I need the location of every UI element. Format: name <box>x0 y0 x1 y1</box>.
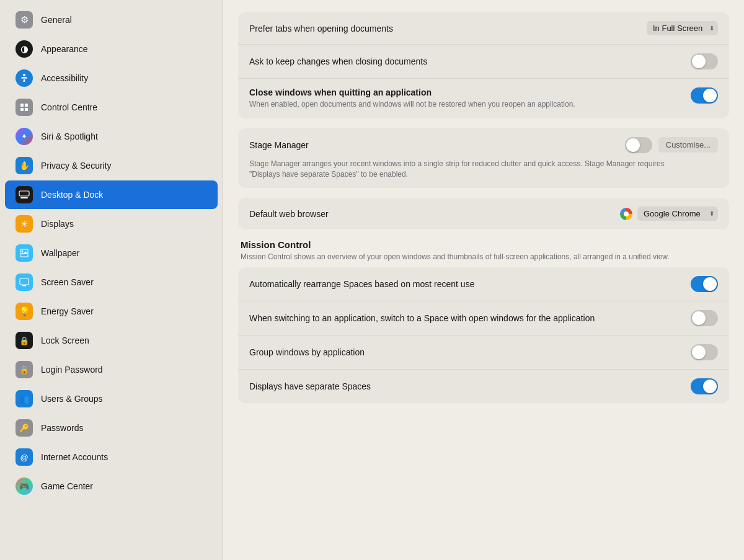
sidebar-item-label-lock-screen: Lock Screen <box>41 336 89 345</box>
chrome-icon <box>620 208 632 220</box>
browser-dropdown[interactable]: Google Chrome Safari Firefox <box>637 207 718 221</box>
sidebar-item-internet-accounts[interactable]: @Internet Accounts <box>5 443 218 471</box>
sidebar-item-label-wallpaper: Wallpaper <box>41 248 80 258</box>
sidebar-item-label-siri-spotlight: Siri & Spotlight <box>41 131 98 141</box>
prefer-tabs-dropdown-wrapper: In Full Screen Always Never ⬍ <box>647 21 718 35</box>
row-ask-keep-changes: Ask to keep changes when closing documen… <box>238 45 729 79</box>
mission-control-header: Mission Control Mission Control shows an… <box>238 239 729 262</box>
ask-keep-changes-label: Ask to keep changes when closing documen… <box>249 56 427 66</box>
sidebar-item-label-displays: Displays <box>41 219 74 229</box>
sidebar-item-displays[interactable]: ☀Displays <box>5 210 218 238</box>
login-password-icon: 🔒 <box>15 360 33 379</box>
svg-rect-2 <box>25 104 28 107</box>
row-stage-manager: Stage Manager Customise... Stage Manager… <box>238 128 729 189</box>
sidebar-item-energy-saver[interactable]: 💡Energy Saver <box>5 297 218 326</box>
sidebar-item-login-password[interactable]: 🔒Login Password <box>5 355 218 384</box>
sidebar-item-control-centre[interactable]: Control Centre <box>5 93 218 122</box>
customise-button[interactable]: Customise... <box>658 137 718 153</box>
desktop-dock-icon <box>15 185 33 204</box>
sidebar-item-accessibility[interactable]: Accessibility <box>5 64 218 92</box>
switch-space-toggle[interactable] <box>691 310 718 326</box>
card-mission-control: Automatically rearrange Spaces based on … <box>238 267 729 403</box>
lock-screen-icon: 🔒 <box>15 331 33 350</box>
svg-rect-8 <box>20 278 29 285</box>
group-windows-toggle[interactable] <box>691 344 718 360</box>
sidebar-item-label-internet-accounts: Internet Accounts <box>41 452 108 462</box>
sidebar-item-label-energy-saver: Energy Saver <box>41 306 94 316</box>
energy-saver-icon: 💡 <box>15 302 33 321</box>
svg-rect-9 <box>22 285 26 287</box>
sidebar-item-game-center[interactable]: 🎮Game Center <box>5 472 218 500</box>
svg-rect-6 <box>20 197 28 198</box>
svg-point-7 <box>22 251 24 252</box>
mission-control-title: Mission Control <box>241 239 729 250</box>
row-separate-spaces: Displays have separate Spaces <box>238 370 729 403</box>
sidebar-item-siri-spotlight[interactable]: ✦Siri & Spotlight <box>5 122 218 151</box>
close-windows-toggle[interactable] <box>691 87 718 104</box>
wallpaper-icon <box>15 244 33 262</box>
row-default-browser: Default web browser Google Chrome Safari… <box>238 198 729 229</box>
browser-dropdown-wrapper: Google Chrome Safari Firefox ⬍ <box>620 207 718 221</box>
stage-manager-title: Stage Manager <box>249 140 309 150</box>
sidebar-item-label-users-groups: Users & Groups <box>41 394 103 404</box>
mission-control-description: Mission Control shows an overview of you… <box>241 252 729 262</box>
row-switch-space: When switching to an application, switch… <box>238 301 729 336</box>
appearance-icon: ◑ <box>15 40 33 58</box>
accessibility-icon <box>15 69 33 87</box>
sidebar-item-lock-screen[interactable]: 🔒Lock Screen <box>5 326 218 355</box>
sidebar-item-label-accessibility: Accessibility <box>41 73 88 83</box>
ask-keep-changes-toggle[interactable] <box>691 53 718 69</box>
prefer-tabs-label: Prefer tabs when opening documents <box>249 24 393 33</box>
svg-rect-5 <box>19 191 29 196</box>
sidebar-item-users-groups[interactable]: 👥Users & Groups <box>5 384 218 413</box>
sidebar-item-label-login-password: Login Password <box>41 365 103 375</box>
close-windows-sublabel: When enabled, open documents and windows… <box>249 99 671 110</box>
sidebar-item-label-general: General <box>41 15 72 25</box>
svg-rect-1 <box>20 104 24 107</box>
screen-saver-icon <box>15 273 33 291</box>
separate-spaces-toggle[interactable] <box>691 378 718 394</box>
row-close-windows: Close windows when quitting an applicati… <box>238 79 729 118</box>
sidebar-item-desktop-dock[interactable]: Desktop & Dock <box>5 180 218 209</box>
control-centre-icon <box>15 98 33 117</box>
close-windows-label: Close windows when quitting an applicati… <box>249 87 678 97</box>
stage-manager-description: Stage Manager arranges your recent windo… <box>249 159 671 180</box>
group-windows-label: Group windows by application <box>249 347 365 357</box>
sidebar-item-label-privacy-security: Privacy & Security <box>41 161 112 171</box>
sidebar-item-label-desktop-dock: Desktop & Dock <box>41 190 103 200</box>
users-groups-icon: 👥 <box>15 389 33 408</box>
displays-icon: ☀ <box>15 215 33 233</box>
sidebar-item-label-game-center: Game Center <box>41 481 93 491</box>
sidebar-item-general[interactable]: ⚙General <box>5 6 218 34</box>
switch-space-label: When switching to an application, switch… <box>249 313 595 323</box>
svg-rect-3 <box>20 108 24 111</box>
internet-accounts-icon: @ <box>15 448 33 466</box>
default-browser-label: Default web browser <box>249 209 329 219</box>
auto-rearrange-toggle[interactable] <box>691 276 718 292</box>
row-group-windows: Group windows by application <box>238 336 729 370</box>
sidebar-item-privacy-security[interactable]: ✋Privacy & Security <box>5 151 218 180</box>
stage-manager-toggle[interactable] <box>625 137 652 153</box>
sidebar-item-wallpaper[interactable]: Wallpaper <box>5 239 218 267</box>
general-icon: ⚙ <box>15 11 33 29</box>
sidebar-item-label-appearance: Appearance <box>41 44 88 54</box>
card-default-browser: Default web browser Google Chrome Safari… <box>238 198 729 229</box>
sidebar-item-appearance[interactable]: ◑Appearance <box>5 35 218 63</box>
sidebar-item-label-passwords: Passwords <box>41 423 83 433</box>
sidebar-item-passwords[interactable]: 🔑Passwords <box>5 414 218 442</box>
sidebar: ⚙General◑AppearanceAccessibilityControl … <box>0 0 223 560</box>
row-auto-rearrange: Automatically rearrange Spaces based on … <box>238 267 729 301</box>
card-document-settings: Prefer tabs when opening documents In Fu… <box>238 12 729 118</box>
card-stage-manager: Stage Manager Customise... Stage Manager… <box>238 128 729 189</box>
siri-spotlight-icon: ✦ <box>15 127 33 146</box>
prefer-tabs-dropdown[interactable]: In Full Screen Always Never <box>647 21 718 35</box>
row-prefer-tabs: Prefer tabs when opening documents In Fu… <box>238 12 729 45</box>
svg-rect-4 <box>25 108 28 111</box>
svg-point-0 <box>23 74 25 76</box>
separate-spaces-label: Displays have separate Spaces <box>249 381 371 391</box>
sidebar-item-screen-saver[interactable]: Screen Saver <box>5 268 218 296</box>
privacy-security-icon: ✋ <box>15 156 33 175</box>
sidebar-item-label-screen-saver: Screen Saver <box>41 277 94 287</box>
game-center-icon: 🎮 <box>15 477 33 496</box>
passwords-icon: 🔑 <box>15 419 33 437</box>
